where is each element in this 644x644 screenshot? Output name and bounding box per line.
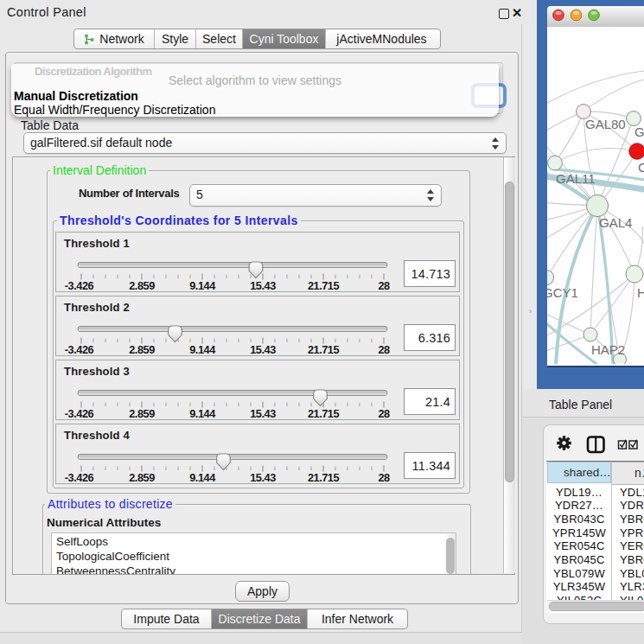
svg-text:21.715: 21.715 [308,343,340,356]
svg-text:GAL11: GAL11 [556,171,596,186]
svg-text:2.859: 2.859 [129,343,155,356]
svg-text:28: 28 [378,407,390,420]
svg-text:21.715: 21.715 [308,407,340,420]
svg-text:21.715: 21.715 [308,279,340,292]
svg-text:HAP2: HAP2 [591,342,625,357]
svg-text:GAL4: GAL4 [599,215,632,230]
svg-text:15.43: 15.43 [250,471,276,484]
svg-text:15.43: 15.43 [250,407,276,420]
svg-text:-3.426: -3.426 [65,407,94,420]
svg-text:-3.426: -3.426 [65,471,94,484]
svg-text:28: 28 [378,343,390,356]
svg-text:H: H [637,285,644,300]
svg-text:GCY1: GCY1 [547,285,578,300]
svg-text:2.859: 2.859 [129,407,155,420]
svg-text:15.43: 15.43 [250,279,276,292]
svg-text:9.144: 9.144 [189,279,216,292]
svg-text:9.144: 9.144 [189,407,216,420]
svg-text:C: C [638,160,644,175]
svg-text:15.43: 15.43 [250,343,276,356]
svg-text:GAL80: GAL80 [585,117,626,131]
svg-text:9.144: 9.144 [189,471,216,484]
svg-text:G.: G. [634,124,644,139]
svg-text:2.859: 2.859 [129,279,155,292]
svg-text:2.859: 2.859 [129,471,155,484]
svg-text:-3.426: -3.426 [65,279,94,292]
svg-text:28: 28 [378,471,390,484]
svg-text:21.715: 21.715 [308,471,340,484]
svg-text:28: 28 [378,279,390,292]
svg-text:-3.426: -3.426 [65,343,94,356]
svg-text:9.144: 9.144 [189,343,216,356]
